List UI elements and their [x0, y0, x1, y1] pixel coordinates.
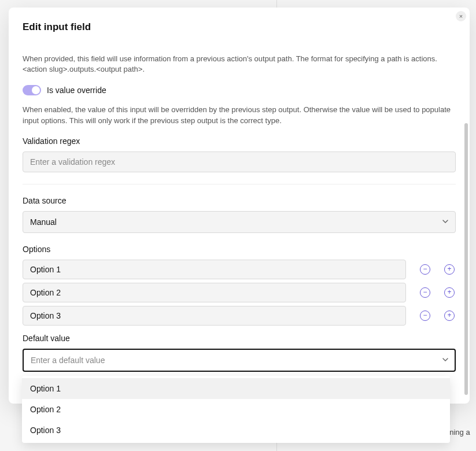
default-value-label: Default value — [23, 334, 456, 343]
modal-title: Edit input field — [23, 21, 456, 33]
toggle-knob — [32, 86, 40, 94]
edit-input-field-modal: × Edit input field When provided, this f… — [9, 8, 470, 404]
value-override-label: Is value override — [47, 86, 106, 95]
data-source-select-wrap: Manual — [23, 211, 456, 233]
dropdown-item[interactable]: Option 2 — [22, 399, 450, 420]
options-section: Options − + − + − + — [23, 245, 456, 326]
data-source-label: Data source — [23, 196, 456, 205]
add-option-button[interactable]: + — [444, 264, 455, 275]
close-button[interactable]: × — [456, 11, 466, 21]
remove-option-button[interactable]: − — [420, 287, 430, 298]
chevron-down-icon — [442, 356, 449, 365]
default-value-select[interactable]: Enter a default value — [23, 349, 456, 372]
remove-option-button[interactable]: − — [420, 310, 430, 321]
validation-regex-label: Validation regex — [23, 136, 456, 146]
add-option-button[interactable]: + — [444, 310, 455, 321]
value-override-toggle[interactable] — [23, 85, 41, 95]
default-value-select-wrap: Enter a default value — [23, 349, 456, 372]
option-row: − + — [23, 306, 456, 326]
default-value-dropdown: Option 1 Option 2 Option 3 — [22, 376, 450, 443]
section-divider — [23, 184, 456, 184]
options-label: Options — [23, 245, 456, 254]
option-input[interactable] — [23, 283, 406, 302]
value-override-row: Is value override — [23, 85, 456, 95]
option-row: − + — [23, 260, 456, 279]
remove-option-button[interactable]: − — [420, 264, 430, 275]
option-input[interactable] — [23, 260, 406, 279]
option-row: − + — [23, 283, 456, 302]
default-value-placeholder: Enter a default value — [31, 356, 105, 365]
value-override-help-text: When enabled, the value of this input wi… — [23, 105, 456, 125]
dropdown-item[interactable]: Option 1 — [22, 378, 450, 399]
add-option-button[interactable]: + — [444, 287, 455, 298]
modal-scrollbar[interactable] — [464, 123, 468, 395]
validation-regex-input[interactable] — [23, 151, 456, 172]
data-source-select[interactable]: Manual — [23, 211, 456, 233]
default-value-section: Default value Enter a default value — [23, 334, 456, 372]
intro-help-text: When provided, this field will use infor… — [23, 54, 456, 75]
option-input[interactable] — [23, 306, 406, 326]
dropdown-item[interactable]: Option 3 — [22, 420, 450, 441]
